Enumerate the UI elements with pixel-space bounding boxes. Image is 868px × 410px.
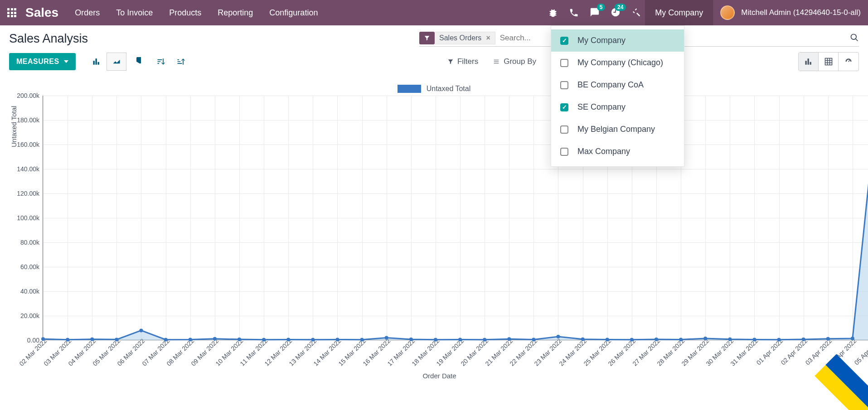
y-tick: 60.00k (12, 263, 39, 270)
svg-point-8 (189, 338, 192, 341)
company-option-label: Max Company (577, 147, 630, 156)
checkbox-icon[interactable] (560, 59, 568, 67)
company-option[interactable]: BE Company CoA (551, 74, 684, 96)
filter-icon (419, 35, 435, 41)
view-switcher (798, 52, 859, 71)
nav-products[interactable]: Products (169, 8, 201, 18)
graph-view-button[interactable] (799, 53, 819, 71)
legend-label: Untaxed Total (427, 85, 471, 93)
checkbox-icon[interactable] (560, 37, 568, 45)
user-menu[interactable]: Mitchell Admin (14294640-15-0-all) (720, 5, 861, 20)
svg-point-24 (581, 338, 585, 341)
checkbox-icon[interactable] (560, 103, 568, 111)
svg-point-12 (286, 338, 290, 341)
nav-right: 5 24 (548, 7, 641, 19)
company-switcher-label: My Company (655, 8, 703, 18)
svg-point-0 (851, 34, 857, 39)
svg-point-20 (483, 338, 486, 342)
nav-menu: Orders To Invoice Products Reporting Con… (75, 8, 318, 18)
messages-badge: 5 (597, 4, 606, 11)
company-option[interactable]: SE Company (551, 96, 684, 118)
company-dropdown: My CompanyMy Company (Chicago)BE Company… (551, 25, 684, 167)
svg-point-3 (66, 338, 69, 342)
svg-point-15 (360, 338, 364, 342)
phone-icon[interactable] (569, 8, 579, 18)
svg-line-1 (856, 39, 858, 41)
facet-remove[interactable]: × (486, 34, 490, 42)
svg-point-14 (335, 338, 339, 341)
checkbox-icon[interactable] (560, 81, 568, 89)
y-tick: 180.00k (12, 116, 39, 124)
sort-asc-button[interactable] (171, 53, 191, 71)
svg-point-5 (115, 338, 118, 341)
y-tick: 120.00k (12, 190, 39, 197)
svg-point-6 (139, 328, 143, 332)
search-icon[interactable] (850, 33, 859, 43)
svg-point-18 (434, 338, 437, 342)
y-tick: 200.00k (12, 92, 39, 99)
x-axis-label: Order Date (15, 372, 863, 380)
search-options: Filters Group By (447, 57, 558, 66)
apps-icon[interactable] (7, 8, 16, 17)
svg-point-10 (238, 338, 241, 341)
chart-line (43, 96, 868, 340)
svg-point-34 (826, 337, 830, 341)
svg-point-22 (532, 338, 535, 341)
svg-point-33 (802, 338, 805, 341)
avatar (720, 5, 735, 20)
svg-point-28 (679, 338, 683, 341)
top-navbar: Sales Orders To Invoice Products Reporti… (0, 0, 868, 25)
svg-point-29 (703, 337, 707, 340)
checkbox-icon[interactable] (560, 125, 568, 134)
checkbox-icon[interactable] (560, 148, 568, 156)
y-tick: 100.00k (12, 214, 39, 222)
filters-button[interactable]: Filters (447, 57, 478, 66)
control-panel: Sales Analysis Sales Orders × MEASURES (0, 25, 868, 76)
app-brand[interactable]: Sales (25, 5, 58, 20)
company-option[interactable]: Max Company (551, 140, 684, 163)
bar-chart-button[interactable] (87, 53, 107, 71)
company-option-label: SE Company (577, 102, 626, 112)
company-switcher[interactable]: My Company (645, 0, 713, 25)
pie-chart-button[interactable] (126, 53, 146, 71)
sort-desc-button[interactable] (151, 53, 171, 71)
company-option-label: My Belgian Company (577, 125, 655, 134)
measures-button[interactable]: MEASURES (9, 53, 76, 70)
bug-icon[interactable] (548, 8, 558, 18)
svg-point-16 (385, 336, 388, 340)
y-tick: 140.00k (12, 165, 39, 173)
svg-point-25 (606, 338, 609, 341)
chart-legend: Untaxed Total (5, 85, 863, 93)
company-option[interactable]: My Belgian Company (551, 118, 684, 140)
svg-point-32 (777, 338, 781, 342)
company-option-label: My Company (Chicago) (577, 58, 663, 68)
tools-icon[interactable] (631, 8, 641, 18)
svg-point-11 (262, 338, 266, 342)
groupby-button[interactable]: Group By (493, 57, 536, 66)
nav-orders[interactable]: Orders (75, 8, 100, 18)
svg-point-19 (458, 338, 462, 341)
svg-point-21 (507, 337, 511, 341)
company-option[interactable]: My Company (Chicago) (551, 52, 684, 74)
chart-type-switcher (87, 53, 191, 71)
company-option[interactable]: My Company (551, 29, 684, 52)
svg-point-27 (655, 338, 658, 341)
pivot-view-button[interactable] (819, 53, 839, 71)
messages-icon-wrapper[interactable]: 5 (590, 7, 600, 19)
legend-swatch (398, 85, 421, 93)
dashboard-view-button[interactable] (839, 53, 858, 71)
line-chart-button[interactable] (107, 53, 126, 71)
page-title: Sales Analysis (9, 32, 88, 46)
svg-point-4 (90, 338, 94, 341)
nav-reporting[interactable]: Reporting (218, 8, 253, 18)
activities-badge: 24 (615, 4, 626, 11)
nav-configuration[interactable]: Configuration (269, 8, 318, 18)
svg-point-35 (851, 337, 854, 340)
activities-icon-wrapper[interactable]: 24 (611, 7, 621, 19)
plot-area: 0.0020.00k40.00k60.00k80.00k100.00k120.0… (43, 96, 868, 340)
y-tick: 80.00k (12, 239, 39, 246)
user-name: Mitchell Admin (14294640-15-0-all) (741, 8, 861, 17)
svg-point-13 (311, 338, 315, 342)
svg-point-7 (164, 338, 168, 342)
nav-to-invoice[interactable]: To Invoice (116, 8, 153, 18)
